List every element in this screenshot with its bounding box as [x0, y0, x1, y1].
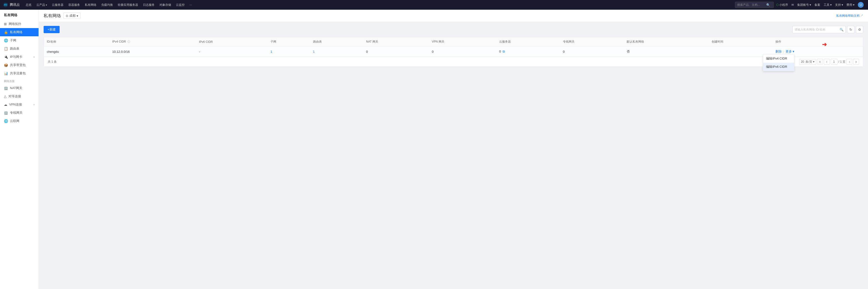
total-pages-label: /: [838, 60, 839, 63]
cell-id: chengdu: [44, 46, 109, 57]
vpn-icon: ☁: [4, 103, 7, 107]
table-body: chengdu 10.12.0.0/16 - 1: [44, 46, 863, 57]
sidebar-item-ipnic[interactable]: 🔌 IP与网卡 ▾: [0, 53, 38, 61]
cell-dcgw: 0: [560, 46, 624, 57]
toolbar-right: 🔍 ↻ ⚙: [793, 26, 863, 33]
table-header: ID/名称 IPv4 CIDR ⓘ IPv6 CIDR 子网 路由表 NAT 网…: [44, 37, 863, 46]
page-prev-icon: ‹: [826, 60, 827, 63]
routetable-icon: 📋: [4, 47, 8, 50]
cell-natgw: 0: [363, 46, 429, 57]
vpc-search-input[interactable]: [795, 28, 840, 31]
nav-overview[interactable]: 总览: [24, 0, 33, 10]
page-next-button[interactable]: ›: [846, 59, 852, 65]
global-search[interactable]: 🔍: [735, 2, 774, 8]
subnet-link[interactable]: 1: [271, 50, 272, 53]
refresh-button[interactable]: ↻: [847, 26, 855, 33]
sidebar-item-sharedtraffic[interactable]: 📊 共享流量包: [0, 69, 38, 77]
logo[interactable]: 腾讯云: [3, 2, 20, 7]
content-area: +新建 🔍 ↻ ⚙: [39, 22, 868, 71]
vpc-search-icon[interactable]: 🔍: [840, 28, 843, 32]
page-header: 私有网络 ⊙ 成都 ▾ 私有网络帮助文档 ↗: [39, 10, 868, 22]
nav-miniapp[interactable]: ⬡ 小程序: [775, 0, 789, 10]
delete-action[interactable]: 删除: [775, 49, 782, 54]
svg-point-0: [3, 2, 8, 7]
nav-beian[interactable]: 备案: [813, 0, 822, 10]
sidebar-item-dcgw[interactable]: 🏢 专线网关: [0, 109, 38, 117]
current-page[interactable]: 1: [831, 59, 837, 65]
col-natgw: NAT 网关: [363, 37, 429, 46]
nav-clb[interactable]: 负载均衡: [99, 0, 115, 10]
nav-monitor[interactable]: 云监控: [174, 0, 187, 10]
nav-avatar[interactable]: U: [856, 0, 865, 10]
vpc-icon: 🔒: [4, 30, 8, 34]
main-content: 私有网络 ⊙ 成都 ▾ 私有网络帮助文档 ↗ +新建 🔍: [39, 10, 868, 289]
nav-vpc[interactable]: 私有网络: [83, 0, 98, 10]
col-action: 操作: [773, 37, 863, 46]
search-icon: 🔍: [766, 3, 770, 7]
sidebar-title: 私有网络: [0, 10, 38, 20]
dropdown-item-edit-ipv6[interactable]: 编辑IPv6 CIDR: [763, 63, 794, 71]
total-count: 共 1 条: [48, 60, 57, 64]
table-row: chengdu 10.12.0.0/16 - 1: [44, 46, 863, 57]
action-cell: 删除 | 更多 ▾ 编辑: [775, 49, 860, 54]
help-link[interactable]: 私有网络帮助文档 ↗: [836, 14, 863, 18]
pagination: 20 条/页 ▾ « ‹ 1 / 1 页: [799, 59, 859, 65]
region-arrow-icon: ▾: [76, 14, 78, 18]
sidebar-item-routetable[interactable]: 📋 路由表: [0, 44, 38, 53]
sidebar-item-vpc[interactable]: 🔒 私有网络: [0, 28, 38, 36]
sidebar-item-natgw[interactable]: 🏢 NAT网关: [0, 84, 38, 92]
sidebar: 私有网络 ⊞ 网络拓扑 🔒 私有网络 🌐 子网 📋 路由表 🔌 IP与网卡 ▾ …: [0, 10, 39, 289]
settings-button[interactable]: ⚙: [856, 26, 863, 33]
sidebar-item-peering[interactable]: △ 对等连接: [0, 92, 38, 101]
sidebar-item-topology[interactable]: ⊞ 网络拓扑: [0, 20, 38, 28]
sidebar-item-ccn[interactable]: 🌐 云联网: [0, 117, 38, 125]
more-action[interactable]: 更多 ▾: [785, 49, 795, 53]
cvm-copy-icon[interactable]: ⧉: [503, 49, 505, 53]
sidebar-item-vpn[interactable]: ☁ VPN连接 ▾: [0, 101, 38, 109]
cell-cvm: 0 ⧉: [496, 46, 560, 57]
top-nav: 腾讯云 总览 云产品 ▾ 云服务器 容器服务 私有网络 负载均衡 轻量应用服务器…: [0, 0, 868, 10]
table-footer: 共 1 条 20 条/页 ▾ « ‹: [44, 57, 863, 67]
sidebar-item-subnet[interactable]: 🌐 子网: [0, 36, 38, 44]
red-arrow-icon: ➜: [822, 41, 827, 48]
more-arrow-icon: ▾: [793, 49, 794, 53]
nav-tools[interactable]: 工具 ▾: [822, 0, 833, 10]
sidebar-section-network: 网络连接: [0, 77, 38, 84]
global-search-input[interactable]: [737, 3, 766, 6]
page-last-icon: »: [856, 60, 857, 63]
region-selector[interactable]: ⊙ 成都 ▾: [63, 12, 81, 19]
nav-right: ⬡ 小程序 ✉ 集团账号 ▾ 备案 工具 ▾ 支持 ▾ 费用 ▾ U: [775, 0, 865, 10]
vpc-search-box[interactable]: 🔍: [793, 26, 846, 33]
nav-cos[interactable]: 对象存储: [157, 0, 173, 10]
sidebar-item-sharedbw[interactable]: 📦 共享带宽包: [0, 61, 38, 69]
region-icon: ⊙: [66, 14, 68, 18]
vpn-expand-icon: ▾: [33, 103, 35, 106]
nav-account[interactable]: 集团账号 ▾: [796, 0, 812, 10]
col-createtime: 创建时间: [709, 37, 773, 46]
nav-cls[interactable]: 日志服务: [141, 0, 157, 10]
page-first-button[interactable]: «: [817, 59, 823, 65]
ipv4-info-icon[interactable]: ⓘ: [127, 40, 130, 43]
nav-more[interactable]: ···: [188, 0, 194, 10]
page-next-icon: ›: [849, 60, 850, 63]
nav-lighthouse[interactable]: 轻量应用服务器: [116, 0, 140, 10]
routetable-link[interactable]: 1: [313, 50, 315, 53]
nav-cvm[interactable]: 云服务器: [50, 0, 65, 10]
cell-default: 否: [624, 46, 709, 57]
nav-mail[interactable]: ✉: [790, 0, 795, 10]
nav-billing[interactable]: 费用 ▾: [845, 0, 856, 10]
cell-routetable: 1: [310, 46, 363, 57]
page-size-select[interactable]: 20 条/页 ▾: [799, 59, 816, 65]
cell-subnet: 1: [268, 46, 310, 57]
dropdown-item-edit-ipv4[interactable]: 编辑IPv4 CIDR: [763, 55, 794, 63]
nav-support[interactable]: 支持 ▾: [834, 0, 844, 10]
page-prev-button[interactable]: ‹: [824, 59, 830, 65]
page-last-button[interactable]: »: [853, 59, 859, 65]
new-button[interactable]: +新建: [43, 26, 60, 33]
page-size-arrow-icon: ▾: [813, 60, 814, 63]
nav-products[interactable]: 云产品 ▾: [34, 0, 49, 10]
miniapp-icon: ⬡: [776, 3, 779, 6]
sharedtraffic-icon: 📊: [4, 71, 8, 75]
nav-container[interactable]: 容器服务: [66, 0, 82, 10]
col-ipv6: IPv6 CIDR: [196, 37, 268, 46]
